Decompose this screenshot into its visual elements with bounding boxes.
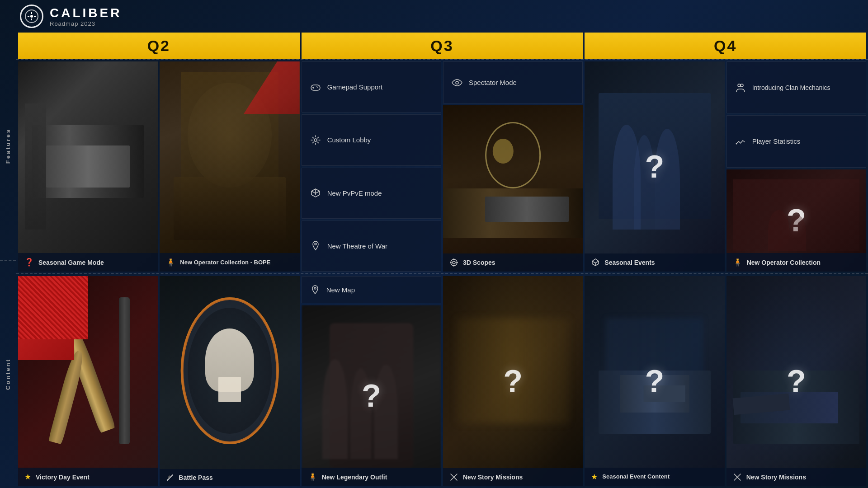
seasonal-game-mode-label: Seasonal Game Mode [38,259,104,266]
svg-line-23 [167,479,169,480]
card-seasonal-event-content: ? ★ Seasonal Event Content [585,276,724,486]
card-seasonal-game-mode: ❓ Seasonal Game Mode [18,61,158,272]
legendary-outfit-label: 🧍 New Legendary Outfit [302,468,441,486]
3d-scopes-text: 3D Scopes [463,259,495,266]
star-icon: ★ [24,472,31,482]
operator-bope-label: New Operator Collection - BOPE [180,259,270,266]
svg-point-20 [741,84,743,87]
seasonal-content-icon: ★ [591,472,598,482]
card-new-map: New Map [302,276,441,303]
features-label-container: Features [0,33,16,261]
seasonal-events-label: Seasonal Events [585,253,724,272]
custom-lobby-label: Custom Lobby [327,136,371,144]
seasonal-events-icon [591,258,600,267]
spectator-icon [452,77,462,88]
crossed-swords-q4-icon [733,473,742,482]
side-labels: Features Content [0,33,16,488]
svg-point-14 [453,261,455,264]
header: CALIBER Roadmap 2023 [0,0,868,33]
seasonal-game-mode-icon: ❓ [24,258,34,267]
svg-point-25 [314,287,316,289]
svg-point-13 [451,259,457,266]
svg-point-12 [456,81,458,84]
q4-label: Q4 [714,37,737,55]
card-story-missions-q4: ? New Story Missions [726,276,866,486]
q4-content: ? ★ Seasonal Event Content [585,276,866,486]
features-label: Features [5,128,11,164]
outfit-icon: 🧍 [308,472,317,482]
scope-icon [449,258,458,267]
new-map-label: New Map [326,286,355,294]
card-battle-pass: Battle Pass [160,276,299,486]
quarter-headers: Q2 Q3 Q4 [16,33,868,59]
battle-pass-text: Battle Pass [179,474,212,481]
content-row: ★ Victory Day Event [16,273,868,488]
3d-scopes-label: 3D Scopes [443,253,583,272]
crossed-swords-icon [449,473,458,482]
card-story-missions-q3: ? New Story Missions [443,276,583,486]
new-operator-q4-label: 🧍 New Operator Collection [726,253,866,272]
grid-area: Q2 Q3 Q4 [16,33,868,488]
victory-day-text: Victory Day Event [36,474,90,481]
location-icon [310,240,321,251]
svg-point-9 [317,87,318,88]
statistics-icon [735,136,746,147]
map-icon [310,285,320,295]
q3-content: New Map ? [302,276,583,486]
app-container: CALIBER Roadmap 2023 Features Content Q2 [0,0,868,488]
battle-pass-label: Battle Pass [160,469,299,486]
card-label-seasonal-game-mode: ❓ Seasonal Game Mode [18,253,158,272]
card-seasonal-events: ? Seasonal Events [585,61,724,272]
seasonal-events-text: Seasonal Events [604,259,655,266]
logo-name: CALIBER [50,6,122,20]
svg-point-10 [314,139,317,141]
content-label: Content [5,358,11,390]
player-statistics-label: Player Statistics [752,137,801,145]
q3-features: Gamepad Support Custom Lobby [302,61,583,272]
card-spectator-mode: Spectator Mode [443,61,583,103]
card-clan-mechanics: Introducing Clan Mechanics [726,61,866,113]
q2-header: Q2 [18,33,300,59]
legendary-outfit-text: New Legendary Outfit [322,474,387,481]
card-operator-bope: 🧍 New Operator Collection - BOPE [160,61,299,272]
q2-content: ★ Victory Day Event [18,276,300,486]
story-missions-q3-text: New Story Missions [463,474,523,481]
seasonal-event-content-text: Seasonal Event Content [602,473,670,481]
main-content: Features Content Q2 Q3 Q4 [0,33,868,488]
q2-label: Q2 [147,37,170,55]
card-custom-lobby: Custom Lobby [302,114,441,165]
logo-text: CALIBER Roadmap 2023 [50,6,122,27]
svg-point-11 [315,243,316,245]
q4-header: Q4 [585,33,866,59]
q3-label: Q3 [430,37,453,55]
features-row: ❓ Seasonal Game Mode [16,59,868,273]
settings-icon [310,135,321,145]
card-new-operator-q4: ? 🧍 New Operator Collection [726,169,866,272]
story-missions-q4-text: New Story Missions [746,474,806,481]
card-theatre-of-war: New Theatre of War [302,221,441,272]
victory-day-label: ★ Victory Day Event [18,468,158,486]
operator-q4-icon: 🧍 [733,258,742,267]
svg-point-8 [316,86,317,87]
story-missions-q4-label: New Story Missions [726,468,866,486]
sword-icon [166,474,174,482]
card-3d-scopes-image: 3D Scopes [443,105,583,272]
content-label-container: Content [0,261,16,488]
card-label-operator-bope: 🧍 New Operator Collection - BOPE [160,253,299,272]
card-legendary-outfit: ? 🧍 New Legendary Outfit [302,305,441,486]
logo-subtitle: Roadmap 2023 [50,20,122,27]
clan-mechanics-label: Introducing Clan Mechanics [752,84,830,92]
card-gamepad-support: Gamepad Support [302,61,441,113]
logo: CALIBER Roadmap 2023 [20,5,122,28]
card-pvpve: New PvPvE mode [302,168,441,219]
q3-header: Q3 [302,33,583,59]
card-player-statistics: Player Statistics [726,115,866,167]
svg-point-21 [736,143,737,144]
logo-icon [20,5,43,28]
clan-icon [735,82,746,93]
pvpve-label: New PvPvE mode [327,189,382,197]
svg-point-19 [738,84,741,87]
gamepad-icon [310,82,321,93]
pvpve-icon [310,188,321,198]
gamepad-support-label: Gamepad Support [327,83,383,91]
